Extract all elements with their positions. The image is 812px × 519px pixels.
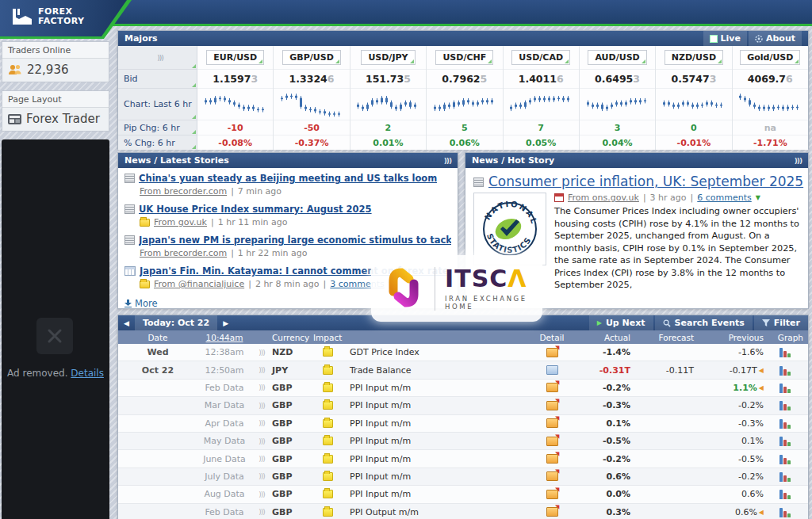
impact-icon[interactable] — [323, 401, 333, 410]
news-source-link[interactable]: From @financialjuice — [154, 279, 244, 289]
event-name[interactable]: PPI Input m/m — [350, 489, 529, 499]
sound-icon[interactable]: ))) — [251, 437, 272, 445]
about-button[interactable]: About — [749, 31, 802, 46]
sound-icon[interactable]: ))) — [251, 419, 272, 427]
sound-icon[interactable]: ))) — [251, 366, 272, 374]
detail-folder-icon[interactable] — [546, 454, 558, 464]
detail-folder-icon[interactable] — [546, 471, 558, 481]
calendar-event-row[interactable]: June Data)))GBPPPI Input m/m-0.2%-0.5% — [118, 450, 808, 467]
pair-label[interactable]: Gold/USD — [740, 50, 800, 65]
sound-icon[interactable]: ))) — [157, 54, 163, 62]
pip-row-label[interactable]: Pip Chg: 6 hr — [118, 120, 197, 135]
hot-story-headline[interactable]: Consumer price inflation, UK: September … — [488, 174, 803, 189]
sound-icon[interactable]: ))) — [251, 472, 272, 480]
news-headline-link[interactable]: Japan's new PM is preparing large econom… — [139, 235, 451, 246]
mini-candle-chart[interactable] — [580, 89, 655, 120]
chart-row-label[interactable]: Chart: Last 6 hr — [118, 89, 197, 120]
event-name[interactable]: PPI Input m/m — [350, 418, 529, 429]
pair-label[interactable]: AUD/USD — [588, 50, 646, 65]
detail-folder-icon[interactable] — [546, 365, 558, 375]
calendar-event-row[interactable]: May Data)))GBPPPI Input m/m-0.5%0.1% — [118, 433, 808, 450]
event-name[interactable]: PPI Input m/m — [350, 454, 529, 464]
graph-icon[interactable] — [779, 507, 792, 517]
news-headline-link[interactable]: UK House Price Index summary: August 202… — [139, 204, 372, 215]
live-toggle[interactable]: Live — [703, 31, 747, 46]
pair-label[interactable]: EUR/USD — [206, 50, 264, 65]
calendar-event-row[interactable]: Feb Data)))GBPPPI Output m/m0.3%0.6%◀ — [118, 504, 808, 519]
graph-icon[interactable] — [779, 436, 792, 446]
page-layout-selector[interactable]: Forex Trader — [2, 108, 109, 131]
detail-folder-icon[interactable] — [546, 418, 558, 428]
mini-candle-chart[interactable] — [350, 89, 426, 120]
pair-label[interactable]: GBP/USD — [282, 50, 340, 65]
impact-icon[interactable] — [323, 348, 333, 357]
impact-icon[interactable] — [323, 490, 333, 498]
detail-folder-icon[interactable] — [546, 507, 558, 517]
calendar-event-row[interactable]: Apr Data)))GBPPPI Input m/m0.1%-0.3% — [118, 415, 808, 433]
sound-icon[interactable]: ))) — [251, 508, 272, 516]
detail-folder-icon[interactable] — [546, 401, 558, 410]
news-source-link[interactable]: From brecorder.com — [140, 186, 227, 197]
news-headline-link[interactable]: China's yuan steady as Beijing meeting a… — [139, 173, 437, 184]
calendar-prev-button[interactable]: ◀ — [118, 315, 135, 330]
event-name[interactable]: Trade Balance — [350, 365, 529, 376]
detail-folder-icon[interactable] — [546, 383, 558, 392]
up-next-button[interactable]: ▶ Up Next — [589, 315, 653, 330]
event-name[interactable]: PPI Input m/m — [350, 400, 529, 410]
pct-row-label[interactable]: % Chg: 6 hr — [118, 135, 197, 150]
event-name[interactable]: PPI Input m/m — [350, 436, 529, 446]
impact-icon[interactable] — [323, 437, 333, 445]
calendar-event-row[interactable]: July Data)))GBPPPI Input m/m0.6%-0.2% — [118, 468, 808, 486]
graph-icon[interactable] — [779, 347, 792, 357]
graph-icon[interactable] — [779, 383, 792, 393]
sound-icon[interactable]: ))) — [444, 157, 451, 165]
impact-icon[interactable] — [323, 419, 333, 428]
pair-label[interactable]: USD/CHF — [435, 50, 493, 65]
event-name[interactable]: GDT Price Index — [350, 347, 529, 357]
impact-icon[interactable] — [323, 455, 333, 464]
calendar-event-row[interactable]: Wed12:38am)))NZDGDT Price Index-1.4%-1.6… — [118, 344, 808, 361]
pair-label[interactable]: NZD/USD — [665, 50, 723, 65]
sound-icon[interactable]: ))) — [251, 384, 272, 391]
sound-icon[interactable]: ))) — [251, 490, 272, 498]
graph-icon[interactable] — [779, 365, 792, 376]
impact-icon[interactable] — [323, 366, 333, 375]
col-time[interactable]: 10:44am — [197, 333, 251, 342]
calendar-next-button[interactable]: ▶ — [217, 315, 234, 330]
live-checkbox[interactable] — [710, 35, 718, 43]
calendar-today-button[interactable]: Today: Oct 22 — [135, 315, 217, 330]
mini-candle-chart[interactable] — [733, 89, 808, 120]
graph-icon[interactable] — [779, 489, 792, 499]
sound-icon[interactable]: ))) — [795, 157, 802, 165]
mini-candle-chart[interactable] — [656, 89, 731, 120]
impact-icon[interactable] — [323, 472, 333, 481]
graph-icon[interactable] — [779, 471, 792, 482]
calendar-event-row[interactable]: Feb Data)))GBPPPI Input m/m-0.2%1.1%◀ — [118, 380, 808, 397]
mini-candle-chart[interactable] — [427, 89, 502, 120]
graph-icon[interactable] — [779, 400, 792, 410]
impact-icon[interactable] — [323, 508, 333, 517]
sound-icon[interactable]: ))) — [251, 349, 272, 357]
calendar-event-row[interactable]: Mar Data)))GBPPPI Input m/m-0.3%-0.2% — [118, 397, 808, 414]
hot-story-source-link[interactable]: From ons.gov.uk — [568, 193, 639, 203]
event-name[interactable]: PPI Output m/m — [350, 507, 529, 517]
pair-label[interactable]: USD/CAD — [511, 50, 570, 65]
sound-icon[interactable]: ))) — [251, 402, 272, 410]
news-source-link[interactable]: From gov.uk — [154, 217, 207, 227]
graph-icon[interactable] — [779, 454, 792, 464]
detail-folder-icon[interactable] — [546, 490, 558, 499]
event-name[interactable]: PPI Input m/m — [350, 471, 529, 482]
filter-button[interactable]: Filter — [754, 315, 808, 330]
calendar-event-row[interactable]: Aug Data)))GBPPPI Input m/m0.0%0.6% — [118, 486, 808, 503]
ad-details-link[interactable]: Details — [71, 368, 104, 379]
bid-row-label[interactable]: Bid — [118, 70, 197, 89]
mini-candle-chart[interactable] — [274, 89, 349, 120]
pair-label[interactable]: USD/JPY — [361, 50, 415, 65]
hot-story-comments-link[interactable]: 6 comments — [697, 193, 752, 203]
graph-icon[interactable] — [779, 418, 792, 429]
impact-icon[interactable] — [323, 384, 333, 392]
detail-folder-icon[interactable] — [546, 348, 558, 357]
event-name[interactable]: PPI Input m/m — [350, 383, 529, 393]
sound-icon[interactable]: ))) — [251, 455, 272, 463]
calendar-event-row[interactable]: Oct 2212:50am)))JPYTrade Balance-0.31T-0… — [118, 361, 808, 379]
